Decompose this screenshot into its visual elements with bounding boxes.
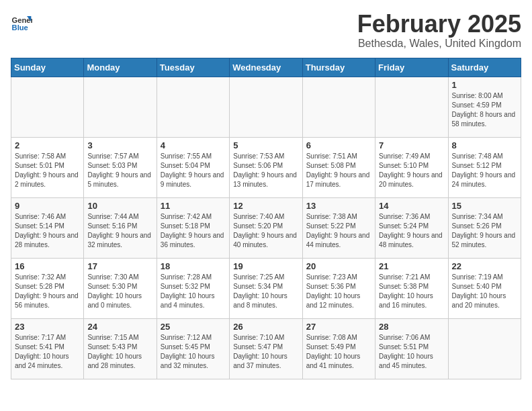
day-number: 28	[379, 322, 444, 332]
day-cell	[84, 77, 157, 137]
day-cell	[302, 77, 375, 137]
col-thursday: Thursday	[302, 58, 375, 77]
day-number: 25	[161, 322, 226, 332]
day-number: 1	[452, 80, 517, 90]
day-cell: 16Sunrise: 7:32 AM Sunset: 5:28 PM Dayli…	[11, 258, 84, 318]
col-wednesday: Wednesday	[230, 58, 302, 77]
day-cell: 20Sunrise: 7:23 AM Sunset: 5:36 PM Dayli…	[302, 258, 375, 318]
col-sunday: Sunday	[11, 58, 84, 77]
day-info: Sunrise: 7:42 AM Sunset: 5:18 PM Dayligh…	[161, 212, 226, 250]
day-number: 20	[306, 261, 371, 271]
day-number: 3	[87, 140, 152, 150]
day-info: Sunrise: 7:17 AM Sunset: 5:41 PM Dayligh…	[15, 333, 80, 371]
title-area: February 2025 Bethesda, Wales, United Ki…	[357, 11, 521, 50]
day-cell: 6Sunrise: 7:51 AM Sunset: 5:08 PM Daylig…	[302, 137, 375, 197]
day-number: 13	[306, 201, 371, 211]
day-number: 22	[452, 261, 517, 271]
day-cell: 12Sunrise: 7:40 AM Sunset: 5:20 PM Dayli…	[230, 197, 302, 258]
day-number: 7	[379, 140, 444, 150]
calendar-title: February 2025	[357, 11, 521, 38]
day-cell: 7Sunrise: 7:49 AM Sunset: 5:10 PM Daylig…	[375, 137, 448, 197]
logo-icon: General Blue	[11, 11, 32, 32]
day-cell: 8Sunrise: 7:48 AM Sunset: 5:12 PM Daylig…	[448, 137, 521, 197]
day-cell: 21Sunrise: 7:21 AM Sunset: 5:38 PM Dayli…	[375, 258, 448, 318]
day-number: 27	[306, 322, 371, 332]
day-number: 4	[161, 140, 226, 150]
week-row-3: 9Sunrise: 7:46 AM Sunset: 5:14 PM Daylig…	[11, 197, 521, 258]
day-cell: 4Sunrise: 7:55 AM Sunset: 5:04 PM Daylig…	[157, 137, 229, 197]
day-number: 15	[452, 201, 517, 211]
svg-text:Blue: Blue	[12, 24, 28, 32]
day-number: 14	[379, 201, 444, 211]
day-info: Sunrise: 7:38 AM Sunset: 5:22 PM Dayligh…	[306, 212, 371, 250]
day-info: Sunrise: 8:00 AM Sunset: 4:59 PM Dayligh…	[452, 91, 517, 129]
header-row: Sunday Monday Tuesday Wednesday Thursday…	[11, 58, 521, 77]
week-row-1: 1Sunrise: 8:00 AM Sunset: 4:59 PM Daylig…	[11, 77, 521, 137]
day-info: Sunrise: 7:40 AM Sunset: 5:20 PM Dayligh…	[233, 212, 298, 250]
day-cell: 9Sunrise: 7:46 AM Sunset: 5:14 PM Daylig…	[11, 197, 84, 258]
day-cell: 23Sunrise: 7:17 AM Sunset: 5:41 PM Dayli…	[11, 318, 84, 379]
day-number: 10	[87, 201, 152, 211]
day-info: Sunrise: 7:48 AM Sunset: 5:12 PM Dayligh…	[452, 152, 517, 189]
day-info: Sunrise: 7:53 AM Sunset: 5:06 PM Dayligh…	[233, 152, 298, 189]
col-tuesday: Tuesday	[157, 58, 229, 77]
day-info: Sunrise: 7:55 AM Sunset: 5:04 PM Dayligh…	[161, 152, 226, 189]
col-monday: Monday	[84, 58, 157, 77]
day-number: 19	[233, 261, 298, 271]
day-cell: 17Sunrise: 7:30 AM Sunset: 5:30 PM Dayli…	[84, 258, 157, 318]
day-cell: 25Sunrise: 7:12 AM Sunset: 5:45 PM Dayli…	[157, 318, 229, 379]
day-cell: 18Sunrise: 7:28 AM Sunset: 5:32 PM Dayli…	[157, 258, 229, 318]
calendar-table: Sunday Monday Tuesday Wednesday Thursday…	[11, 58, 521, 379]
day-info: Sunrise: 7:44 AM Sunset: 5:16 PM Dayligh…	[87, 212, 152, 250]
day-info: Sunrise: 7:34 AM Sunset: 5:26 PM Dayligh…	[452, 212, 517, 250]
day-info: Sunrise: 7:10 AM Sunset: 5:47 PM Dayligh…	[233, 333, 298, 371]
day-cell: 2Sunrise: 7:58 AM Sunset: 5:01 PM Daylig…	[11, 137, 84, 197]
day-cell	[448, 318, 521, 379]
day-info: Sunrise: 7:19 AM Sunset: 5:40 PM Dayligh…	[452, 273, 517, 310]
day-cell	[375, 77, 448, 137]
day-cell	[157, 77, 229, 137]
day-cell: 11Sunrise: 7:42 AM Sunset: 5:18 PM Dayli…	[157, 197, 229, 258]
day-number: 8	[452, 140, 517, 150]
day-cell	[230, 77, 302, 137]
day-info: Sunrise: 7:36 AM Sunset: 5:24 PM Dayligh…	[379, 212, 444, 250]
day-cell: 27Sunrise: 7:08 AM Sunset: 5:49 PM Dayli…	[302, 318, 375, 379]
day-cell	[11, 77, 84, 137]
day-cell: 24Sunrise: 7:15 AM Sunset: 5:43 PM Dayli…	[84, 318, 157, 379]
day-info: Sunrise: 7:58 AM Sunset: 5:01 PM Dayligh…	[15, 152, 80, 189]
day-number: 2	[15, 140, 80, 150]
day-number: 6	[306, 140, 371, 150]
day-cell: 22Sunrise: 7:19 AM Sunset: 5:40 PM Dayli…	[448, 258, 521, 318]
calendar-body: 1Sunrise: 8:00 AM Sunset: 4:59 PM Daylig…	[11, 77, 521, 379]
col-friday: Friday	[375, 58, 448, 77]
week-row-5: 23Sunrise: 7:17 AM Sunset: 5:41 PM Dayli…	[11, 318, 521, 379]
day-info: Sunrise: 7:15 AM Sunset: 5:43 PM Dayligh…	[87, 333, 152, 371]
day-info: Sunrise: 7:51 AM Sunset: 5:08 PM Dayligh…	[306, 152, 371, 189]
day-number: 11	[161, 201, 226, 211]
day-info: Sunrise: 7:32 AM Sunset: 5:28 PM Dayligh…	[15, 273, 80, 310]
day-info: Sunrise: 7:25 AM Sunset: 5:34 PM Dayligh…	[233, 273, 298, 310]
day-cell: 26Sunrise: 7:10 AM Sunset: 5:47 PM Dayli…	[230, 318, 302, 379]
day-cell: 13Sunrise: 7:38 AM Sunset: 5:22 PM Dayli…	[302, 197, 375, 258]
day-number: 9	[15, 201, 80, 211]
day-number: 12	[233, 201, 298, 211]
week-row-2: 2Sunrise: 7:58 AM Sunset: 5:01 PM Daylig…	[11, 137, 521, 197]
day-number: 26	[233, 322, 298, 332]
day-cell: 15Sunrise: 7:34 AM Sunset: 5:26 PM Dayli…	[448, 197, 521, 258]
day-info: Sunrise: 7:12 AM Sunset: 5:45 PM Dayligh…	[161, 333, 226, 371]
day-info: Sunrise: 7:30 AM Sunset: 5:30 PM Dayligh…	[87, 273, 152, 310]
day-number: 17	[87, 261, 152, 271]
day-info: Sunrise: 7:57 AM Sunset: 5:03 PM Dayligh…	[87, 152, 152, 189]
day-cell: 19Sunrise: 7:25 AM Sunset: 5:34 PM Dayli…	[230, 258, 302, 318]
day-cell: 3Sunrise: 7:57 AM Sunset: 5:03 PM Daylig…	[84, 137, 157, 197]
week-row-4: 16Sunrise: 7:32 AM Sunset: 5:28 PM Dayli…	[11, 258, 521, 318]
day-cell: 1Sunrise: 8:00 AM Sunset: 4:59 PM Daylig…	[448, 77, 521, 137]
day-info: Sunrise: 7:21 AM Sunset: 5:38 PM Dayligh…	[379, 273, 444, 310]
day-info: Sunrise: 7:08 AM Sunset: 5:49 PM Dayligh…	[306, 333, 371, 371]
day-cell: 14Sunrise: 7:36 AM Sunset: 5:24 PM Dayli…	[375, 197, 448, 258]
calendar-subtitle: Bethesda, Wales, United Kingdom	[357, 38, 521, 50]
day-info: Sunrise: 7:28 AM Sunset: 5:32 PM Dayligh…	[161, 273, 226, 310]
day-number: 16	[15, 261, 80, 271]
day-info: Sunrise: 7:06 AM Sunset: 5:51 PM Dayligh…	[379, 333, 444, 371]
day-number: 21	[379, 261, 444, 271]
